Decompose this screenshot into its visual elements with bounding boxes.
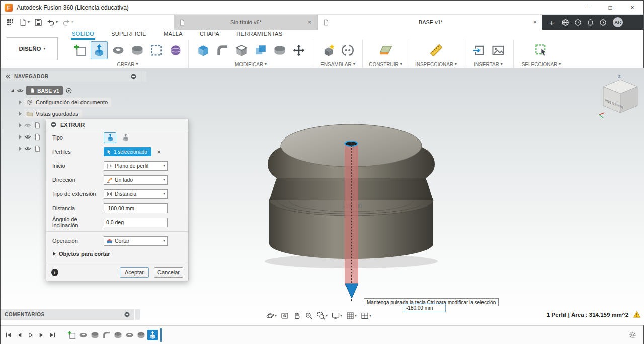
insert-derive-button[interactable] — [470, 41, 488, 59]
offset-face-button[interactable] — [271, 41, 288, 59]
extent-type-dropdown[interactable]: Distancia ▾ — [104, 189, 168, 199]
job-status-button[interactable] — [574, 19, 582, 26]
look-at-button[interactable] — [279, 310, 290, 321]
new-tab-button[interactable]: + — [547, 18, 556, 27]
circle-minus-icon[interactable] — [130, 73, 137, 80]
info-icon[interactable]: i — [51, 269, 58, 276]
visibility-eye-icon[interactable] — [24, 133, 31, 141]
panel-resize-handle[interactable] — [135, 309, 140, 320]
ribbon-tab-superficie[interactable]: SUPERFICIE — [110, 30, 147, 40]
tree-row-root[interactable]: BASE v1 — [1, 85, 146, 96]
collapsed-caret-icon[interactable] — [19, 112, 22, 116]
revolve-button[interactable] — [110, 41, 127, 59]
tree-row-document-settings[interactable]: Configuración del documento — [1, 96, 146, 108]
tab-close-icon[interactable]: × — [532, 19, 538, 26]
feature-5[interactable] — [124, 330, 135, 340]
feature-sketch[interactable] — [66, 330, 77, 340]
measure-button[interactable] — [428, 41, 445, 59]
expanded-caret-icon[interactable] — [11, 89, 14, 92]
tab-close-icon[interactable]: × — [307, 19, 312, 26]
timeline-settings-button[interactable] — [628, 331, 637, 339]
extrude-button[interactable] — [91, 41, 108, 59]
canvas-button[interactable] — [490, 41, 507, 59]
collapse-dialog-icon[interactable] — [50, 121, 57, 128]
activate-component-icon[interactable] — [65, 87, 72, 94]
extensions-button[interactable] — [561, 19, 569, 26]
orbit-button[interactable]: ▾ — [265, 310, 278, 321]
group-label-inspeccionar[interactable]: INSPECCIONAR▾ — [415, 61, 457, 68]
close-button[interactable]: × — [621, 1, 643, 15]
visibility-eye-icon[interactable] — [17, 87, 24, 94]
group-label-crear[interactable]: CREAR▾ — [117, 61, 138, 68]
warning-icon[interactable] — [633, 311, 641, 318]
collapsed-caret-icon[interactable] — [19, 100, 22, 104]
collapsed-caret-icon[interactable] — [19, 123, 22, 127]
fillet-button[interactable] — [214, 41, 231, 59]
user-avatar[interactable]: AR — [613, 17, 623, 27]
save-button[interactable] — [33, 16, 44, 28]
app-menu-button[interactable] — [5, 16, 16, 28]
profiles-selected-chip[interactable]: 1 seleccionado — [104, 147, 151, 156]
ribbon-tab-malla[interactable]: MALLA — [163, 30, 184, 40]
collapse-panel-icon[interactable] — [5, 73, 11, 80]
grid-snaps-button[interactable]: ▾ — [345, 310, 358, 321]
notifications-button[interactable] — [587, 19, 594, 26]
feature-4[interactable] — [113, 330, 123, 340]
undo-button[interactable]: ▾ — [45, 16, 59, 28]
help-button[interactable] — [599, 19, 607, 26]
redo-button[interactable]: ▾ — [61, 16, 75, 28]
visibility-eye-icon[interactable] — [24, 122, 31, 129]
taper-angle-input[interactable] — [104, 218, 168, 227]
step-forward-button[interactable] — [37, 330, 46, 340]
combine-button[interactable] — [252, 41, 269, 59]
timeline-position-marker[interactable] — [160, 328, 162, 342]
collapsed-caret-icon[interactable] — [19, 135, 22, 139]
group-label-ensamblar[interactable]: ENSAMBLAR▾ — [320, 61, 355, 68]
group-label-insertar[interactable]: INSERTAR▾ — [474, 61, 503, 68]
doc-tab-sin-titulo[interactable]: Sin título v6* × — [174, 15, 317, 30]
create-form-button[interactable] — [167, 41, 184, 59]
distance-input[interactable] — [104, 203, 168, 213]
dimension-value-box[interactable]: -180.00 mm — [404, 304, 446, 312]
operation-dropdown[interactable]: Cortar ▾ — [104, 236, 168, 246]
display-settings-button[interactable]: ▾ — [330, 310, 344, 321]
clear-selection-icon[interactable]: × — [157, 148, 162, 156]
press-pull-button[interactable] — [195, 41, 212, 59]
joint-button[interactable] — [339, 41, 356, 59]
shell-button[interactable] — [233, 41, 250, 59]
start-dropdown[interactable]: Plano de perfil ▾ — [104, 161, 168, 171]
go-to-start-button[interactable] — [4, 330, 13, 340]
feature-extrude-editing[interactable] — [147, 330, 158, 340]
cancel-button[interactable]: Cancelar — [154, 267, 183, 278]
accept-button[interactable]: Aceptar — [120, 267, 149, 278]
feature-fillet[interactable] — [101, 330, 112, 340]
minimize-button[interactable]: – — [577, 1, 599, 15]
root-component-chip[interactable]: BASE v1 — [26, 86, 63, 95]
doc-tab-base-v1[interactable]: BASE v1* × — [317, 15, 542, 30]
new-component-button[interactable] — [320, 41, 337, 59]
objects-to-cut-expander[interactable]: Objetos para cortar — [46, 248, 188, 260]
select-button[interactable] — [533, 41, 550, 59]
file-menu-button[interactable]: ▾ — [17, 16, 31, 28]
direction-dropdown[interactable]: Un lado ▾ — [104, 175, 168, 185]
fit-button[interactable]: ▾ — [315, 310, 329, 321]
group-label-modificar[interactable]: MODIFICAR▾ — [235, 61, 267, 68]
type-extrude-toggle[interactable] — [104, 132, 116, 143]
dialog-header[interactable]: EXTRUIR — [46, 119, 188, 130]
sweep-button[interactable] — [129, 41, 146, 59]
extrude-drag-arrow[interactable] — [345, 284, 358, 298]
type-thin-extrude-toggle[interactable] — [119, 132, 132, 143]
create-sketch-button[interactable] — [71, 41, 89, 59]
ribbon-tab-herramientas[interactable]: HERRAMIENTAS — [235, 30, 283, 40]
construction-plane-button[interactable] — [377, 41, 394, 59]
workspace-selector[interactable]: DISEÑO ▾ — [7, 37, 58, 60]
ribbon-tab-chapa[interactable]: CHAPA — [199, 30, 220, 40]
group-label-construir[interactable]: CONSTRUIR▾ — [369, 61, 402, 68]
viewports-button[interactable]: ▾ — [359, 310, 373, 321]
feature-2[interactable] — [90, 330, 100, 340]
feature-revolve[interactable] — [78, 330, 89, 340]
play-button[interactable] — [26, 330, 35, 340]
viewcube[interactable]: Z POSTERIOR — [594, 73, 644, 120]
maximize-button[interactable]: □ — [599, 1, 621, 15]
circle-plus-icon[interactable] — [124, 311, 130, 318]
